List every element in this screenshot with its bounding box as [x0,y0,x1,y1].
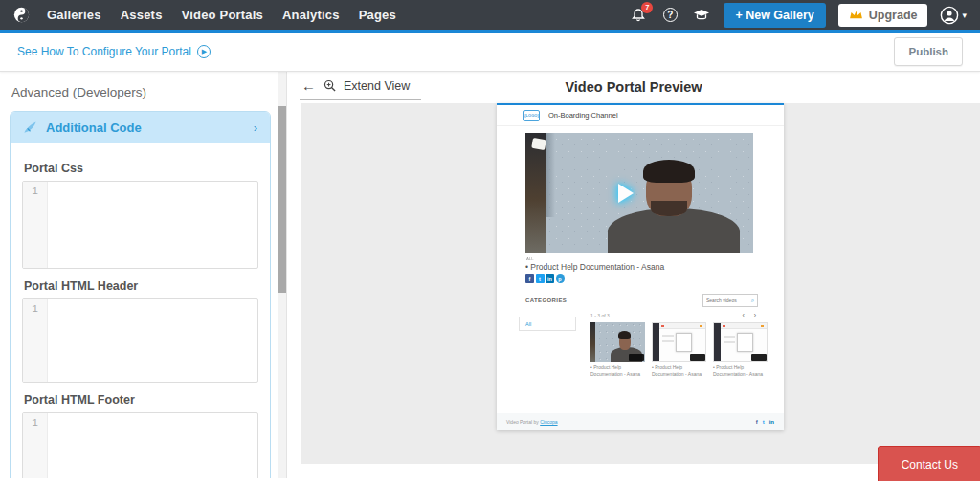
video-player[interactable] [525,133,753,253]
twitter-icon[interactable]: t [763,419,765,425]
app-window: Galleries Assets Video Portals Analytics… [0,0,980,481]
crown-icon [849,10,863,20]
share-buttons: f t in p [525,274,565,283]
nav-item-analytics[interactable]: Analytics [282,8,340,22]
publish-button[interactable]: Publish [894,37,963,66]
category-all-chip[interactable]: All [519,317,576,331]
channel-name: On-Boarding Channel [548,111,618,120]
video-thumbnails-row: • Product Help Documentation - Asana [590,322,768,378]
academy-graduation-cap-icon[interactable] [692,6,711,25]
sidebar-heading: Advanced (Developers) [11,85,271,99]
video-thumbnail-3[interactable]: • Product Help Documentation - Asana [713,322,768,378]
pinterest-share-icon[interactable]: p [556,274,565,283]
portal-html-footer-label: Portal HTML Footer [24,393,258,406]
video-thumbnail-2[interactable]: • Product Help Documentation - Asana [652,322,706,378]
notification-count-badge: 7 [641,2,653,13]
help-icon[interactable]: ? [660,6,679,25]
scene-doorframe [546,133,555,217]
nav-item-assets[interactable]: Assets [121,8,163,22]
brush-icon [23,120,37,135]
linkedin-share-icon[interactable]: in [546,274,554,283]
preview-title: Video Portal Preview [287,79,980,95]
duration-badge [629,354,644,361]
thumbnail-caption: • Product Help Documentation - Asana [713,364,768,378]
portal-css-editor[interactable]: 1 [22,181,258,269]
thumbnail-caption: • Product Help Documentation - Asana [590,364,645,378]
line-number-gutter: 1 [23,413,48,478]
facebook-icon[interactable]: f [756,419,758,425]
portal-logo[interactable]: {LOGO} [523,110,540,121]
person-beard [651,201,687,216]
line-number-gutter: 1 [23,299,48,382]
avatar-icon [940,6,959,25]
portal-html-header-editor[interactable]: 1 [22,298,258,383]
scrollbar-thumb[interactable] [278,106,286,293]
contact-us-button[interactable]: Contact Us [878,446,980,481]
line-number-gutter: 1 [23,182,48,268]
nav-item-video-portals[interactable]: Video Portals [182,8,263,22]
navbar-right-group: 7 ? + New Gallery Upgrade [629,3,967,28]
pagination-count: 1 - 3 of 3 [590,313,610,318]
additional-code-body: Portal Css 1 Portal HTML Header 1 Portal… [11,143,270,478]
chevron-right-icon: › [254,120,257,135]
categories-label: CATEGORIES [525,297,567,303]
video-portal-preview-card: {LOGO} On-Boarding Channel [497,103,784,430]
video-filter-tag: ALL [526,256,534,261]
new-gallery-button[interactable]: + New Gallery [724,3,825,28]
additional-code-header[interactable]: Additional Code › [11,112,270,143]
duration-badge [751,354,767,361]
additional-code-panel: Additional Code › Portal Css 1 Portal HT… [10,111,271,478]
top-navbar: Galleries Assets Video Portals Analytics… [0,0,980,33]
chevron-down-icon: ▾ [962,11,967,20]
portal-css-label: Portal Css [24,162,258,175]
configure-portal-link[interactable]: See How To Configure Your Portal ▶ [17,45,211,58]
portal-html-header-code-area[interactable] [48,299,257,382]
video-thumbnail-1[interactable]: • Product Help Documentation - Asana [590,322,645,378]
twitter-share-icon[interactable]: t [536,274,545,283]
upgrade-button[interactable]: Upgrade [838,4,928,27]
scene-wardrobe [525,133,546,253]
video-search-input[interactable] [706,297,751,303]
portal-toolbar: See How To Configure Your Portal ▶ Publi… [0,33,980,72]
linkedin-icon[interactable]: in [769,419,774,425]
notifications-bell-icon[interactable]: 7 [629,6,648,25]
cincopa-link[interactable]: Cincopa [540,419,557,425]
nav-item-pages[interactable]: Pages [359,8,396,22]
additional-code-label: Additional Code [46,120,142,135]
video-search-box[interactable]: ⌕ [702,294,758,307]
preview-stage: {LOGO} On-Boarding Channel [301,103,980,464]
current-video-title: • Product Help Documentation - Asana [525,262,664,272]
portal-html-footer-editor[interactable]: 1 [22,412,258,478]
person-hair [643,160,696,183]
portal-header: {LOGO} On-Boarding Channel [497,105,784,126]
play-button-icon[interactable] [618,184,634,203]
brand-logo-icon[interactable] [13,7,30,23]
thumbnail-caption: • Product Help Documentation - Asana [652,364,706,378]
content-area: Advanced (Developers) Additional Code › … [0,72,980,478]
categories-row: CATEGORIES ⌕ [525,294,758,307]
video-frame [525,133,753,253]
play-video-icon: ▶ [197,45,211,58]
settings-sidebar: Advanced (Developers) Additional Code › … [0,72,278,478]
thumbnails-header: 1 - 3 of 3 ‹ › [590,312,760,318]
search-icon[interactable]: ⌕ [751,297,754,303]
pagination-arrows[interactable]: ‹ › [742,312,760,318]
user-account-menu[interactable]: ▾ [940,6,967,25]
portal-footer: Video Portal by Cincopa f t in [497,413,784,430]
portal-footer-social: f t in [756,419,774,425]
portal-html-footer-code-area[interactable] [48,413,257,478]
nav-item-galleries[interactable]: Galleries [47,8,101,22]
portal-footer-credit: Video Portal by Cincopa [506,419,558,425]
facebook-share-icon[interactable]: f [525,274,534,283]
preview-header: ← Extend View Video Portal Preview [287,72,980,103]
duration-badge [690,354,705,361]
preview-pane: ← Extend View Video Portal Preview [286,72,980,478]
portal-css-code-area[interactable] [48,182,257,268]
sidebar-scrollbar[interactable] [278,72,286,478]
portal-html-header-label: Portal HTML Header [24,279,258,293]
